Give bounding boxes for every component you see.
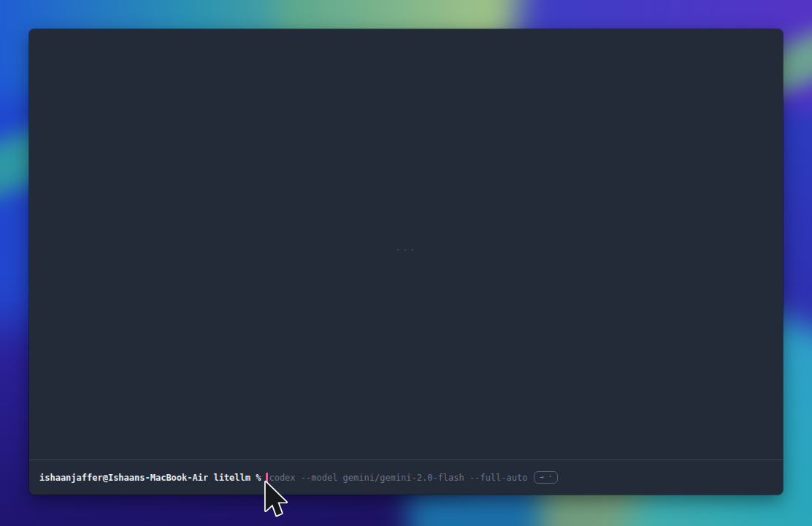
terminal-window[interactable]: ... ishaanjaffer@Ishaans-MacBook-Air lit…	[29, 29, 783, 495]
loading-ellipsis: ...	[395, 242, 416, 253]
screen: ... ishaanjaffer@Ishaans-MacBook-Air lit…	[0, 0, 812, 526]
command-input-line[interactable]: ishaanjaffer@Ishaans-MacBook-Air litellm…	[29, 460, 783, 495]
tab-accept-hint: → ·	[534, 471, 557, 484]
shell-prompt: ishaanjaffer@Ishaans-MacBook-Air litellm…	[39, 473, 261, 483]
terminal-body[interactable]: ...	[29, 29, 783, 460]
command-suggestion: codex --model gemini/gemini-2.0-flash --…	[269, 473, 527, 483]
text-cursor	[266, 473, 268, 483]
